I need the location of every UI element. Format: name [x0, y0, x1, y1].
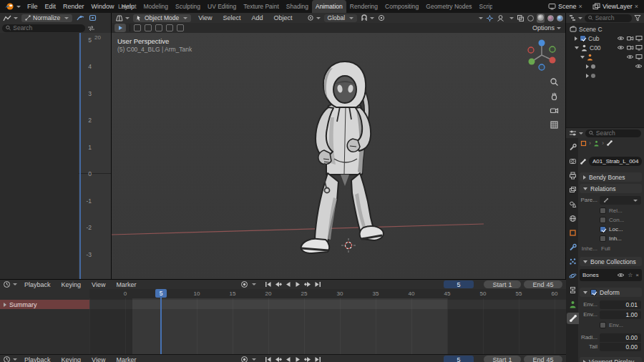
eye-icon[interactable] [626, 54, 634, 60]
properties-search-input[interactable] [596, 129, 638, 137]
editor-type-button[interactable] [3, 356, 17, 362]
tab-modifiers-icon[interactable] [567, 241, 578, 253]
eye-icon[interactable] [617, 35, 625, 41]
menu-marker[interactable]: Marker [112, 353, 140, 362]
outliner-row-armature-data[interactable] [566, 52, 644, 62]
shading-rendered-button[interactable] [557, 15, 563, 21]
channel-search[interactable] [2, 24, 85, 32]
snap-option-icon[interactable] [166, 24, 173, 31]
channel-search-input[interactable] [13, 24, 82, 31]
editor-type-button[interactable] [569, 14, 582, 21]
collection-exclude-checkbox[interactable] [580, 35, 586, 41]
show-gizmo-icon[interactable] [486, 14, 494, 22]
section-deform[interactable]: Deform [580, 288, 642, 297]
monitor-icon[interactable] [635, 35, 643, 41]
deform-checkbox[interactable] [590, 289, 597, 295]
tab-geometry-nodes[interactable]: Geometry Nodes [422, 0, 475, 13]
gizmo-dropdown[interactable] [479, 17, 483, 19]
frame-start-field[interactable]: Start1 [484, 280, 521, 288]
snap-option-icon[interactable] [155, 24, 162, 31]
section-bendy-bones[interactable]: Bendy Bones [580, 172, 642, 182]
relative-parenting-row[interactable]: Rel... [600, 207, 623, 214]
frame-end-field[interactable]: End45 [524, 280, 562, 288]
summary-channel[interactable]: Summary [0, 300, 89, 309]
inherit-scale-value[interactable]: Full [601, 245, 610, 253]
tab-scripting[interactable]: Scripting [476, 0, 492, 13]
menu-playback[interactable]: Playback [21, 353, 54, 362]
shading-wireframe-button[interactable] [527, 15, 534, 21]
frame-start-field[interactable]: Start1 [484, 356, 521, 362]
jump-prev-keyframe-button[interactable] [273, 280, 282, 289]
tab-physics-icon[interactable] [567, 270, 578, 281]
monitor-icon[interactable] [635, 54, 643, 60]
remove-icon[interactable]: × [635, 272, 639, 278]
bone-icon[interactable] [606, 140, 613, 147]
armature-data-icon[interactable] [593, 140, 600, 147]
outliner-search-input[interactable] [595, 14, 628, 21]
tab-output-icon[interactable] [567, 170, 578, 181]
tab-object-data-icon[interactable] [567, 298, 578, 310]
outliner-search[interactable] [585, 14, 632, 22]
editor-type-button[interactable] [3, 280, 17, 288]
active-tool-button[interactable] [114, 24, 126, 32]
viewport-canvas[interactable]: User Perspective (5) C00_4_BLG | Arm_Tan… [112, 33, 565, 279]
scene-unlink-icon[interactable]: × [579, 3, 582, 10]
normalize-toggle[interactable]: Normalize [21, 14, 72, 22]
eye-icon[interactable] [617, 272, 625, 278]
blender-logo-icon[interactable] [0, 2, 24, 11]
object-icon[interactable] [580, 140, 587, 147]
current-frame-field[interactable]: 5 [444, 280, 474, 288]
editor-type-button[interactable] [114, 14, 130, 22]
outliner-row-child[interactable] [566, 62, 644, 71]
inherit-scale-row[interactable]: Inhe... Full [578, 245, 644, 253]
tab-modeling[interactable]: Modeling [140, 0, 172, 13]
current-frame-field[interactable]: 5 [444, 356, 474, 362]
star-icon[interactable]: ☆ [628, 272, 633, 278]
tail-field[interactable]: 0.00 [600, 343, 641, 351]
outliner-row-collection[interactable]: Cub [566, 34, 644, 43]
tab-layout[interactable]: Layout [114, 0, 140, 13]
menu-render[interactable]: Render [59, 0, 88, 13]
shading-material-button[interactable] [547, 15, 554, 21]
jump-next-keyframe-button[interactable] [303, 356, 312, 362]
editor-type-button[interactable] [3, 14, 18, 22]
jump-prev-keyframe-button[interactable] [273, 356, 282, 362]
jump-to-end-button[interactable] [313, 356, 322, 362]
auto-key-button[interactable] [240, 280, 256, 288]
outliner-row-child[interactable] [566, 71, 644, 80]
proportional-edit-toggle[interactable] [378, 14, 385, 21]
tab-compositing[interactable]: Compositing [381, 0, 422, 13]
envelope-weight-field[interactable]: 1.00 [600, 310, 641, 319]
tab-render-icon[interactable] [567, 155, 578, 167]
auto-key-button[interactable] [240, 356, 256, 362]
play-reverse-button[interactable] [283, 280, 292, 289]
jump-to-start-button[interactable] [263, 356, 272, 362]
filter-icon[interactable] [634, 14, 641, 21]
radius-head-field[interactable]: 0.00 [600, 333, 641, 342]
tab-rendering[interactable]: Rendering [346, 0, 381, 13]
playhead-line[interactable] [160, 289, 162, 354]
parent-field[interactable] [600, 196, 641, 205]
graph-main-region[interactable]: 20 5 4 3 2 1 0 -1 -2 -3 [0, 33, 111, 279]
snap-option-icon[interactable] [145, 24, 152, 31]
frame-area[interactable]: 0 5 10 15 20 25 30 35 40 45 50 55 60 5 [89, 289, 566, 354]
move-view-hand-icon[interactable] [550, 92, 559, 101]
view-layer-selector[interactable]: ViewLayer × [592, 3, 638, 10]
tab-animation[interactable]: Animation [312, 0, 346, 13]
menu-view[interactable]: View [88, 353, 109, 362]
camera-view-icon[interactable] [550, 106, 559, 115]
frame-end-field[interactable]: End45 [524, 356, 562, 362]
section-relations[interactable]: Relations [580, 184, 642, 193]
outliner-row-scene-collection[interactable]: Scene C [566, 24, 644, 34]
section-viewport-display[interactable]: Viewport Display [580, 357, 642, 362]
properties-search[interactable] [585, 129, 641, 137]
transform-pivot-button[interactable] [307, 14, 321, 21]
envelope-multiply-row[interactable]: Env... [600, 322, 623, 328]
eye-icon[interactable] [617, 44, 625, 51]
menu-edit[interactable]: Edit [42, 0, 60, 13]
snap-option-icon[interactable] [134, 24, 141, 31]
jump-to-end-button[interactable] [313, 280, 322, 289]
tab-constraints-icon[interactable] [567, 284, 578, 295]
mode-dropdown[interactable]: Object Mode [133, 14, 191, 22]
filter-swap-icon[interactable] [87, 25, 95, 31]
